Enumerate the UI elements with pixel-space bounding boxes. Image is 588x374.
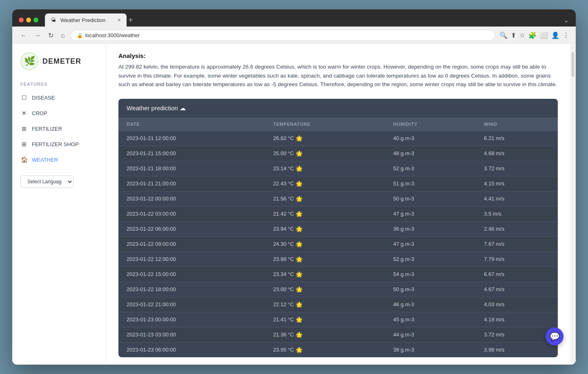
tab-bar: 🌤 Weather Prediction × + — [45, 13, 560, 27]
sidebar-item-crop[interactable]: ✕ CROP — [12, 105, 106, 121]
sidebar-item-fertilizer-label: FERTILIZER — [32, 126, 62, 132]
scrollbar[interactable] — [570, 44, 576, 365]
url-text: localhost:3000/weather — [85, 32, 140, 38]
tab-title: Weather Prediction — [60, 17, 105, 23]
table-row: 2023-01-22 09:00:0024.30 °C 🌟47 g.m-37.6… — [118, 236, 558, 252]
table-row: 2023-01-22 00:00:0021.56 °C 🌟50 g.m-34.4… — [118, 191, 558, 206]
sidebar-item-weather[interactable]: 🏠 WEATHER — [12, 152, 106, 167]
sun-icon: 🌟 — [296, 301, 303, 308]
cell-date: 2023-01-21 21:00:00 — [118, 176, 265, 191]
analysis-title: Analysis: — [118, 52, 558, 59]
navigation-bar: ← → ↻ ⌂ 🔒 localhost:3000/weather 🔍 ⬆ ☆ 🧩… — [12, 27, 576, 44]
fertilizer-shop-icon: ⊞ — [20, 140, 28, 148]
table-row: 2023-01-22 12:00:0023.98 °C 🌟52 g.m-37.7… — [118, 252, 558, 267]
cell-temperature: 21.56 °C 🌟 — [265, 191, 385, 206]
home-button[interactable]: ⌂ — [59, 30, 67, 41]
cell-wind: 3.98 m/s — [476, 342, 558, 357]
chat-button[interactable]: 💬 — [546, 327, 564, 345]
search-icon[interactable]: 🔍 — [499, 31, 508, 39]
weather-table-header: Weather prediction ☁ — [118, 99, 558, 118]
cell-wind: 4.41 m/s — [476, 191, 558, 206]
cell-date: 2023-01-22 06:00:00 — [118, 221, 265, 236]
cell-temperature: 23.94 °C 🌟 — [265, 221, 385, 236]
logo-text: DEMETER — [42, 57, 81, 66]
cell-wind: 6.67 m/s — [476, 267, 558, 282]
cell-temperature: 23.98 °C 🌟 — [265, 252, 385, 267]
sun-icon: 🌟 — [296, 347, 303, 353]
disease-icon: ☐ — [20, 94, 28, 101]
cell-wind: 3.5 m/s — [476, 206, 558, 221]
back-button[interactable]: ← — [19, 30, 29, 41]
language-select[interactable]: Select Language — [20, 176, 74, 188]
col-header-date: DATE — [118, 118, 265, 131]
main-content[interactable]: Analysis: At 299.82 kelvin, the temperat… — [106, 44, 570, 365]
cell-temperature: 23.34 °C 🌟 — [265, 267, 385, 282]
table-row: 2023-01-21 12:00:0026.82 °C 🌟40 g.m-36.2… — [118, 131, 558, 146]
table-row: 2023-01-23 00:00:0021.41 °C 🌟45 g.m-34.1… — [118, 312, 558, 327]
scrollbar-thumb[interactable] — [572, 52, 574, 77]
sun-icon: 🌟 — [296, 256, 303, 263]
share-icon[interactable]: ⬆ — [511, 31, 516, 39]
extension-icon[interactable]: 🧩 — [528, 31, 537, 39]
reload-button[interactable]: ↻ — [47, 30, 55, 41]
browser-chrome: 🌤 Weather Prediction × + ⌄ ← → ↻ ⌂ 🔒 loc… — [12, 9, 576, 44]
chat-icon: 💬 — [550, 332, 560, 341]
sidebar-item-fertilizer-shop[interactable]: ⊞ FERTILIZER SHOP — [12, 136, 106, 152]
cell-temperature: 21.41 °C 🌟 — [265, 312, 385, 327]
bookmark-icon[interactable]: ☆ — [519, 31, 525, 39]
sidebar: 🌿 DEMETER FEATURES ☐ DISEASE ✕ CROP ⊞ FE… — [12, 44, 106, 365]
cell-temperature: 22.43 °C 🌟 — [265, 176, 385, 191]
window-dropdown-icon[interactable]: ⌄ — [563, 16, 569, 24]
col-header-humidity: HUMIDITY — [385, 118, 476, 131]
table-row: 2023-01-22 18:00:0023.00 °C 🌟50 g.m-34.6… — [118, 282, 558, 297]
cell-humidity: 52 g.m-3 — [385, 161, 476, 176]
lock-icon: 🔒 — [77, 33, 83, 38]
cell-humidity: 52 g.m-3 — [385, 252, 476, 267]
sidebar-item-weather-label: WEATHER — [32, 157, 58, 163]
sidebar-item-disease-label: DISEASE — [32, 95, 55, 101]
cell-date: 2023-01-21 15:00:00 — [118, 146, 265, 161]
cell-humidity: 45 g.m-3 — [385, 312, 476, 327]
sidebar-logo: 🌿 DEMETER — [12, 52, 106, 78]
weather-table-cloud-icon: ☁ — [180, 105, 186, 111]
table-row: 2023-01-21 18:00:0023.14 °C 🌟52 g.m-33.7… — [118, 161, 558, 176]
minimize-traffic-light[interactable] — [26, 18, 31, 22]
cell-date: 2023-01-23 03:00:00 — [118, 327, 265, 342]
cell-humidity: 46 g.m-3 — [385, 297, 476, 312]
cell-humidity: 50 g.m-3 — [385, 282, 476, 297]
sidebar-item-disease[interactable]: ☐ DISEASE — [12, 90, 106, 105]
tab-favicon: 🌤 — [51, 17, 57, 23]
col-header-temperature: TEMPERATURE — [265, 118, 385, 131]
cell-temperature: 23.95 °C 🌟 — [265, 342, 385, 357]
cell-temperature: 22.12 °C 🌟 — [265, 297, 385, 312]
new-tab-button[interactable]: + — [128, 16, 133, 27]
cell-date: 2023-01-22 00:00:00 — [118, 191, 265, 206]
weather-data-table: DATE TEMPERATURE HUMIDITY WIND 2023-01-2… — [118, 118, 558, 357]
cell-humidity: 54 g.m-3 — [385, 267, 476, 282]
cell-temperature: 25.00 °C 🌟 — [265, 146, 385, 161]
cell-humidity: 47 g.m-3 — [385, 206, 476, 221]
weather-table-title-text: Weather prediction — [127, 105, 178, 111]
sidebar-item-fertilizer[interactable]: ⊞ FERTILIZER — [12, 121, 106, 136]
cell-temperature: 23.14 °C 🌟 — [265, 161, 385, 176]
sidebar-toggle-icon[interactable]: ⬜ — [540, 31, 548, 39]
close-traffic-light[interactable] — [19, 18, 24, 22]
cell-date: 2023-01-21 18:00:00 — [118, 161, 265, 176]
browser-window: 🌤 Weather Prediction × + ⌄ ← → ↻ ⌂ 🔒 loc… — [12, 9, 576, 365]
active-tab[interactable]: 🌤 Weather Prediction × — [45, 13, 127, 27]
menu-icon[interactable]: ⋮ — [563, 31, 569, 39]
forward-button[interactable]: → — [33, 30, 42, 41]
address-bar[interactable]: 🔒 localhost:3000/weather — [71, 30, 495, 41]
tab-close-button[interactable]: × — [118, 17, 121, 23]
sun-icon: 🌟 — [296, 286, 303, 293]
sun-icon: 🌟 — [296, 165, 303, 172]
table-row: 2023-01-23 06:00:0023.95 °C 🌟38 g.m-33.9… — [118, 342, 558, 357]
title-bar-right: ⌄ — [563, 16, 569, 24]
cell-wind: 7.67 m/s — [476, 236, 558, 252]
cell-temperature: 21.42 °C 🌟 — [265, 206, 385, 221]
cell-wind: 4.67 m/s — [476, 282, 558, 297]
cell-wind: 2.46 m/s — [476, 221, 558, 236]
fullscreen-traffic-light[interactable] — [33, 18, 38, 22]
weather-table-title: Weather prediction ☁ — [127, 105, 186, 112]
profile-icon[interactable]: 👤 — [551, 31, 559, 39]
